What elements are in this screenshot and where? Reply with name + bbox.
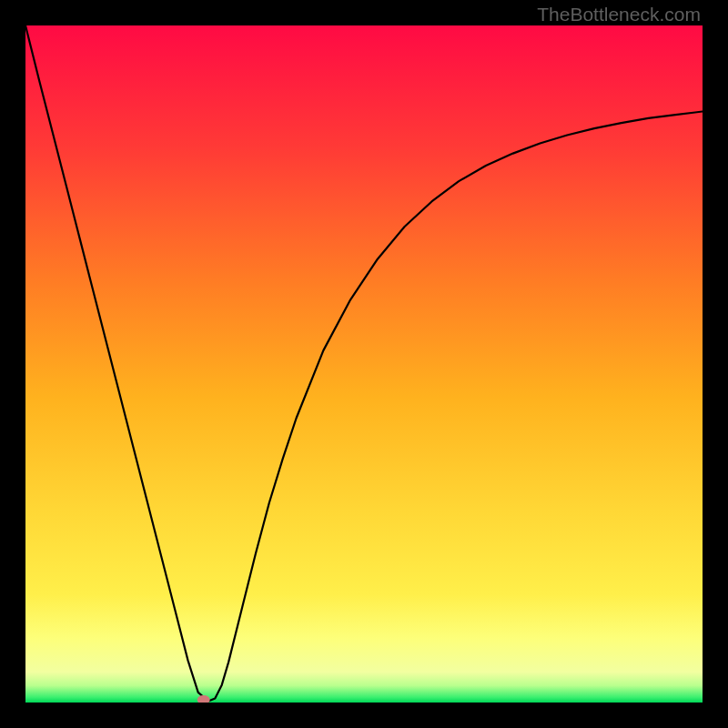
watermark-text: TheBottleneck.com: [537, 4, 701, 25]
bottleneck-chart: [25, 25, 703, 703]
chart-frame: [25, 25, 703, 703]
